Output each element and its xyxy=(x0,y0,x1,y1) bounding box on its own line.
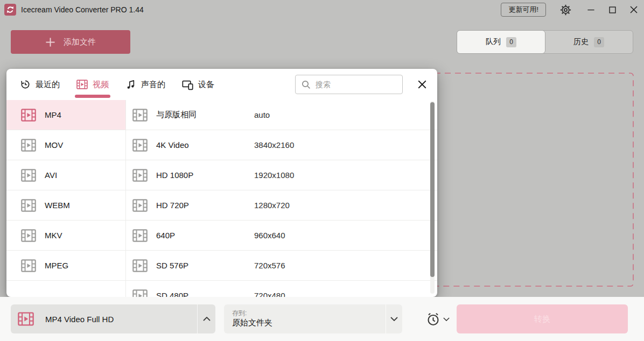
output-format-select[interactable]: MP4 Video Full HD xyxy=(11,304,215,333)
alarm-clock-icon xyxy=(426,312,440,326)
panel-tab-video-label: 视频 xyxy=(93,80,109,90)
app-logo xyxy=(4,4,16,16)
save-to-dropdown-button[interactable] xyxy=(386,304,402,333)
footer-bar: MP4 Video Full HD 存到: 原始文件夹 转换 xyxy=(0,297,644,341)
preset-row-original[interactable]: 与原版相同 auto xyxy=(126,100,437,130)
preset-name: SD 480P xyxy=(156,291,254,297)
film-play-icon xyxy=(21,259,36,272)
title-bar: Icecream Video Converter PRO 1.44 更新可用! xyxy=(0,0,644,19)
search-icon xyxy=(302,80,311,89)
format-row-mpeg[interactable]: MPEG xyxy=(6,251,125,281)
format-picker-panel: 最近的 视频 声音的 设备 xyxy=(6,69,437,297)
format-label: MP4 xyxy=(45,110,61,119)
close-window-button[interactable] xyxy=(629,4,639,15)
format-label: WEBM xyxy=(45,201,70,210)
film-play-icon xyxy=(132,229,148,242)
preset-resolution: 1280x720 xyxy=(254,201,290,210)
tab-queue-label: 队列 xyxy=(486,37,501,47)
panel-body: MP4 MOV AVI WEBM MKV xyxy=(6,100,437,297)
panel-tab-video[interactable]: 视频 xyxy=(76,69,109,100)
output-format-collapse-button[interactable] xyxy=(197,304,215,333)
format-row-mov[interactable]: MOV xyxy=(6,130,125,160)
preset-row-4k[interactable]: 4K Video 3840x2160 xyxy=(126,130,437,160)
preset-name: 4K Video xyxy=(156,140,254,150)
film-play-icon xyxy=(18,312,34,326)
film-play-icon xyxy=(21,199,36,212)
film-icon xyxy=(76,80,88,89)
close-icon xyxy=(629,5,638,14)
preset-resolution: auto xyxy=(254,110,270,119)
preset-resolution: 720x576 xyxy=(254,261,285,270)
format-row-avi[interactable]: AVI xyxy=(6,160,125,190)
tab-queue[interactable]: 队列 0 xyxy=(457,30,545,54)
save-to-label: 存到: xyxy=(232,309,247,318)
gear-icon xyxy=(560,4,571,16)
output-format-value: MP4 Video Full HD xyxy=(45,315,114,324)
panel-tab-audio-label: 声音的 xyxy=(141,80,165,90)
convert-button[interactable]: 转换 xyxy=(457,304,628,333)
film-play-icon xyxy=(132,109,148,122)
format-label: MPEG xyxy=(45,261,68,270)
preset-row-480p[interactable]: SD 480P 720x480 xyxy=(126,281,437,297)
devices-icon xyxy=(182,79,193,90)
format-row-mp4[interactable]: MP4 xyxy=(6,100,125,130)
add-files-button[interactable]: 添加文件 xyxy=(11,30,130,54)
film-play-icon xyxy=(21,169,36,182)
preset-row-576p[interactable]: SD 576P 720x576 xyxy=(126,251,437,281)
panel-tab-devices[interactable]: 设备 xyxy=(182,69,214,100)
preset-resolution: 720x480 xyxy=(254,291,285,297)
panel-tab-audio[interactable]: 声音的 xyxy=(125,69,165,100)
tab-history[interactable]: 历史 0 xyxy=(545,31,633,53)
search-input[interactable] xyxy=(316,80,396,89)
queue-history-tabs: 队列 0 历史 0 xyxy=(457,30,633,54)
film-play-icon xyxy=(21,229,36,242)
preset-name: HD 720P xyxy=(156,201,254,210)
maximize-icon xyxy=(608,6,617,14)
queue-count-badge: 0 xyxy=(506,37,516,47)
preset-resolution: 960x640 xyxy=(254,231,285,240)
format-list: MP4 MOV AVI WEBM MKV xyxy=(6,100,126,297)
history-count-badge: 0 xyxy=(594,37,604,47)
preset-name: 640P xyxy=(156,231,254,240)
panel-header: 最近的 视频 声音的 设备 xyxy=(6,69,437,100)
app-title: Icecream Video Converter PRO 1.44 xyxy=(21,5,144,14)
history-icon xyxy=(20,79,31,90)
add-files-label: 添加文件 xyxy=(64,37,96,47)
preset-row-640p[interactable]: 640P 960x640 xyxy=(126,221,437,251)
preset-name: 与原版相同 xyxy=(156,110,254,120)
chevron-down-icon xyxy=(443,317,450,321)
panel-tab-devices-label: 设备 xyxy=(198,80,214,90)
preset-list: 与原版相同 auto 4K Video 3840x2160 HD 1080P 1… xyxy=(126,100,437,297)
minimize-icon xyxy=(587,6,595,14)
preset-row-1080p[interactable]: HD 1080P 1920x1080 xyxy=(126,160,437,190)
preset-row-720p[interactable]: HD 720P 1280x720 xyxy=(126,190,437,221)
settings-button[interactable] xyxy=(559,3,572,16)
plus-icon xyxy=(45,37,55,47)
refresh-icon xyxy=(6,5,15,14)
film-play-icon xyxy=(21,109,36,122)
film-play-icon xyxy=(132,259,148,272)
save-to-select[interactable]: 存到: 原始文件夹 xyxy=(224,304,402,333)
minimize-button[interactable] xyxy=(586,4,596,15)
format-row-webm[interactable]: WEBM xyxy=(6,190,125,221)
format-label: AVI xyxy=(45,170,57,180)
format-label: MOV xyxy=(45,140,63,150)
scrollbar-track[interactable] xyxy=(430,101,435,294)
preset-resolution: 1920x1080 xyxy=(254,170,294,180)
scrollbar-thumb[interactable] xyxy=(430,102,435,277)
format-row-mkv[interactable]: MKV xyxy=(6,221,125,251)
preset-name: HD 1080P xyxy=(156,170,254,180)
maximize-button[interactable] xyxy=(607,4,617,15)
search-box xyxy=(295,75,403,94)
film-play-icon xyxy=(132,289,148,297)
film-play-icon xyxy=(21,139,36,152)
update-available-button[interactable]: 更新可用! xyxy=(501,3,546,17)
panel-close-button[interactable] xyxy=(415,77,430,92)
film-play-icon xyxy=(132,169,148,182)
chevron-down-icon xyxy=(390,317,398,321)
panel-tab-recent-label: 最近的 xyxy=(36,80,60,90)
panel-tab-recent[interactable]: 最近的 xyxy=(20,69,60,100)
tab-history-label: 历史 xyxy=(573,37,589,47)
close-icon xyxy=(417,80,427,89)
schedule-button[interactable] xyxy=(426,304,450,333)
